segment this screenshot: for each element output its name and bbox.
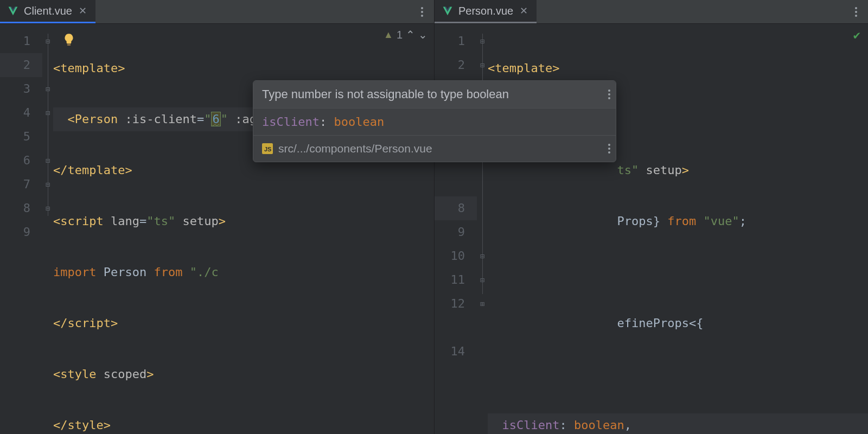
intention-bulb-icon[interactable] <box>62 33 76 47</box>
tooltip-menu-button[interactable] <box>608 90 610 99</box>
error-tooltip: Type number is not assignable to type bo… <box>253 80 616 162</box>
tooltip-source-row[interactable]: JS src/.../components/Person.vue <box>253 136 616 162</box>
tooltip-message: Type number is not assignable to type bo… <box>262 87 509 101</box>
close-icon[interactable]: ✕ <box>78 5 88 17</box>
tab-filename: Person.vue <box>458 5 513 17</box>
fold-start-icon[interactable]: ⊟ <box>42 29 53 53</box>
tab-person-vue[interactable]: Person.vue ✕ <box>435 0 537 23</box>
vue-file-icon <box>8 5 18 16</box>
kebab-icon <box>421 7 423 17</box>
tab-filename: Client.vue <box>24 5 72 17</box>
chevron-up-icon[interactable]: ⌃ <box>406 28 415 41</box>
line-gutter: 1 2 3 4 5 6 7 8 9 <box>0 24 42 434</box>
fold-end-icon[interactable]: ⊟ <box>477 244 488 268</box>
chevron-down-icon[interactable]: ⌄ <box>418 28 427 41</box>
warning-count: 1 <box>397 29 403 41</box>
error-token[interactable]: 6 <box>211 112 220 126</box>
tab-client-vue[interactable]: Client.vue ✕ <box>0 0 95 23</box>
tab-menu-button[interactable] <box>410 0 434 23</box>
kebab-icon <box>608 144 610 154</box>
right-editor-pane: Person.vue ✕ 1 2 8 9 10 11 12 14 ⊟ ⊟ <box>434 0 868 434</box>
fold-start-icon[interactable]: ⊟ <box>42 173 53 196</box>
fold-collapsed-icon[interactable]: ⊞ <box>477 292 488 316</box>
warning-triangle-icon: ▲ <box>384 29 393 41</box>
fold-end-icon[interactable]: ⊟ <box>42 196 53 220</box>
tab-bar-right: Person.vue ✕ <box>435 0 868 24</box>
js-file-icon: JS <box>262 143 273 154</box>
close-icon[interactable]: ✕ <box>519 5 529 17</box>
tab-menu-button[interactable] <box>844 0 868 23</box>
inspection-ok-icon[interactable]: ✔ <box>853 28 860 42</box>
fold-column: ⊟ ⊟ ⊟ ⊟ ⊟ ⊟ <box>42 24 53 434</box>
fold-start-icon[interactable]: ⊟ <box>42 101 53 125</box>
fold-end-icon[interactable]: ⊟ <box>42 149 53 173</box>
fold-end-icon[interactable]: ⊟ <box>42 77 53 101</box>
tooltip-source-path: src/.../components/Person.vue <box>278 142 432 155</box>
svg-text:JS: JS <box>264 146 271 152</box>
tab-bar-left: Client.vue ✕ <box>0 0 434 24</box>
tooltip-signature-row[interactable]: isClient: boolean <box>253 108 616 135</box>
fold-end-icon[interactable]: ⊟ <box>477 268 488 292</box>
kebab-icon <box>855 7 857 17</box>
vue-file-icon <box>442 5 453 16</box>
tooltip-message-row[interactable]: Type number is not assignable to type bo… <box>253 81 616 108</box>
left-editor-pane: Client.vue ✕ 1 2 3 4 5 6 7 8 9 ⊟ ⊟ ⊟ ⊟ ⊟ <box>0 0 434 434</box>
kebab-icon <box>608 90 610 99</box>
fold-end-icon[interactable]: ⊟ <box>477 53 488 77</box>
inspection-widget[interactable]: ▲ 1 ⌃ ⌄ <box>384 28 427 41</box>
fold-start-icon[interactable]: ⊟ <box>477 29 488 53</box>
svg-rect-0 <box>67 44 71 46</box>
tooltip-menu-button[interactable] <box>608 144 610 154</box>
